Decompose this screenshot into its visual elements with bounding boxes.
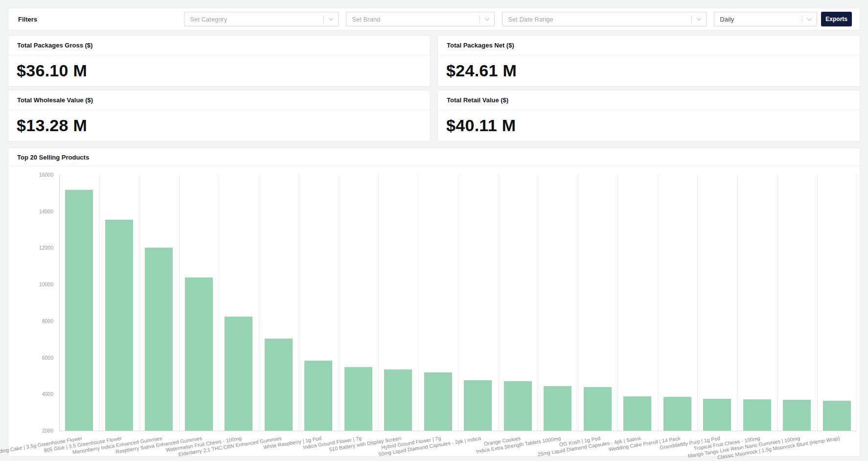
chart-gridline <box>658 175 658 431</box>
chart-bar[interactable] <box>304 361 332 431</box>
y-axis-tick-label: 6000 <box>8 355 53 361</box>
chart-gridline <box>737 175 738 431</box>
kpi-label: Total Retail Value ($) <box>438 91 860 110</box>
chart-gridline <box>259 175 259 431</box>
chart-bar[interactable] <box>344 367 372 431</box>
brand-select-placeholder: Set Brand <box>352 16 480 23</box>
chart-bar[interactable] <box>584 387 612 431</box>
dashboard-page: Filters Set Category Set Brand Set Date … <box>0 0 868 461</box>
chart-bar[interactable] <box>823 401 851 431</box>
y-axis-tick-label: 16000 <box>8 172 53 178</box>
chart-bar[interactable] <box>783 400 811 431</box>
y-axis-line <box>59 175 60 431</box>
chart-gridline <box>857 175 857 431</box>
filters-title: Filters <box>18 16 37 23</box>
chart-bar[interactable] <box>623 396 651 431</box>
chart-gridline <box>179 175 180 431</box>
chart-bar[interactable] <box>65 190 93 431</box>
chart-gridline <box>777 175 777 431</box>
chart-gridline <box>538 175 538 431</box>
chart-gridline <box>99 175 100 431</box>
chart-gridline <box>139 175 139 431</box>
kpi-value: $40.11 M <box>438 110 860 141</box>
chart-bar[interactable] <box>225 317 252 431</box>
chevron-down-icon <box>692 18 706 20</box>
chart-gridline <box>339 175 339 431</box>
chart-gridline <box>578 175 578 431</box>
top-products-chart-card: Top 20 Selling Products 2000400060008000… <box>8 148 860 457</box>
chart-gridline <box>817 175 818 431</box>
kpi-value: $24.61 M <box>438 55 860 86</box>
frequency-select-value: Daily <box>720 16 802 23</box>
date-range-select[interactable]: Set Date Range <box>502 12 707 26</box>
chart-gridline <box>418 175 419 431</box>
chart-title: Top 20 Selling Products <box>8 148 860 166</box>
chart-bar[interactable] <box>663 397 691 431</box>
y-axis-tick-label: 12000 <box>8 245 53 251</box>
kpi-label: Total Packages Net ($) <box>438 36 860 55</box>
chart-gridline <box>498 175 499 431</box>
chart-gridline <box>378 175 379 431</box>
chart-bar[interactable] <box>544 386 571 431</box>
chart-gridline <box>458 175 458 431</box>
kpi-label: Total Wholesale Value ($) <box>8 91 430 110</box>
filters-bar: Filters Set Category Set Brand Set Date … <box>8 8 860 30</box>
y-axis-tick-label: 2000 <box>8 428 53 434</box>
y-axis-tick-label: 14000 <box>8 208 53 214</box>
chart-gridline <box>697 175 698 431</box>
chart-bar[interactable] <box>464 380 492 431</box>
chart-bar[interactable] <box>424 372 452 431</box>
kpi-value: $13.28 M <box>8 110 430 141</box>
chart-bar[interactable] <box>265 339 293 431</box>
chart-gridline <box>219 175 219 431</box>
kpi-value: $36.10 M <box>8 55 430 86</box>
kpi-card-packages-gross: Total Packages Gross ($) $36.10 M <box>8 35 431 87</box>
chart-bar[interactable] <box>185 277 213 431</box>
chart-bar[interactable] <box>384 369 412 431</box>
brand-select[interactable]: Set Brand <box>346 12 495 26</box>
category-select[interactable]: Set Category <box>184 12 339 26</box>
exports-button[interactable]: Exports <box>821 12 852 26</box>
kpi-grid: Total Packages Gross ($) $36.10 M Total … <box>8 35 860 141</box>
x-axis-line <box>59 431 857 431</box>
frequency-select[interactable]: Daily <box>714 12 817 26</box>
chart-gridline <box>617 175 618 431</box>
kpi-card-retail-value: Total Retail Value ($) $40.11 M <box>437 90 860 141</box>
kpi-card-packages-net: Total Packages Net ($) $24.61 M <box>437 35 860 87</box>
top-products-bar-chart: 200040006000800010000120001400016000Wedd… <box>8 166 860 456</box>
chart-bar[interactable] <box>504 381 532 431</box>
chart-bar[interactable] <box>743 399 771 431</box>
kpi-label: Total Packages Gross ($) <box>8 36 430 55</box>
category-select-placeholder: Set Category <box>190 16 323 23</box>
chevron-down-icon <box>480 18 494 20</box>
chart-bar[interactable] <box>703 399 731 431</box>
y-axis-tick-label: 4000 <box>8 391 53 397</box>
chart-gridline <box>298 175 299 431</box>
y-axis-tick-label: 8000 <box>8 318 53 324</box>
kpi-card-wholesale-value: Total Wholesale Value ($) $13.28 M <box>8 90 431 141</box>
chevron-down-icon <box>802 18 817 20</box>
chart-bar[interactable] <box>145 248 173 431</box>
y-axis-tick-label: 10000 <box>8 281 53 287</box>
chevron-down-icon <box>324 18 338 20</box>
date-range-select-placeholder: Set Date Range <box>508 16 691 23</box>
chart-bar[interactable] <box>105 220 133 431</box>
